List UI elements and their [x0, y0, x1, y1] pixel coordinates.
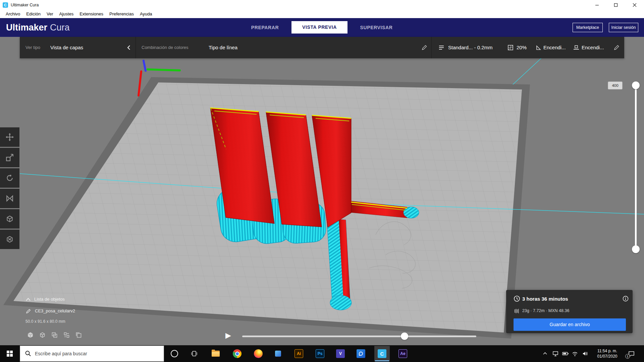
menu-ver[interactable]: Ver [44, 10, 56, 18]
adhesion-value[interactable]: Encendi... [582, 37, 604, 58]
move-tool-button[interactable] [0, 127, 19, 147]
pinned-app-button[interactable] [270, 346, 286, 361]
chevron-up-icon[interactable] [25, 297, 31, 301]
mirror-icon [5, 194, 14, 203]
profile-icon [438, 44, 445, 51]
task-view-button[interactable] [186, 346, 202, 361]
search-icon [25, 350, 32, 357]
illustrator-icon: Ai [294, 349, 303, 358]
layer-slider-bottom-handle[interactable] [632, 245, 640, 253]
support-value[interactable]: Encendi... [543, 37, 566, 58]
app-header: UltimakerCura PREPARAR VISTA PREVIA SUPE… [0, 18, 644, 37]
printer-profile-value[interactable]: Standard... - 0.2mm [448, 37, 493, 58]
timeline-handle[interactable] [401, 333, 408, 340]
start-button[interactable] [2, 346, 17, 361]
blue-app-button[interactable] [353, 346, 369, 361]
windows-logo-icon [7, 351, 13, 357]
model-fins [210, 108, 351, 227]
infill-icon [507, 44, 514, 51]
tray-expand-button[interactable] [541, 350, 549, 358]
cura-taskbar-icon: C [378, 349, 386, 358]
color-scheme-label: Combinación de colores [142, 37, 188, 58]
object-name[interactable]: CE3_posa_celularv2 [35, 308, 75, 313]
v-app-button[interactable]: V [333, 346, 348, 361]
per-model-settings-button[interactable] [0, 209, 19, 229]
info-icon[interactable] [623, 296, 629, 302]
file-explorer-button[interactable] [208, 346, 223, 361]
edit-color-scheme-icon[interactable] [422, 44, 428, 50]
photoshop-icon: Ps [316, 349, 324, 358]
edit-print-settings-icon[interactable] [614, 44, 620, 50]
minimize-icon [595, 3, 599, 7]
material-info: 23g · 7.72m · MXN 48.36 [522, 308, 569, 313]
menu-archivo[interactable]: Archivo [3, 10, 23, 18]
pinned-app-icon [275, 351, 281, 357]
menu-extensiones[interactable]: Extensiones [76, 10, 106, 18]
menu-ajustes[interactable]: Ajustes [56, 10, 77, 18]
maximize-button[interactable] [606, 0, 625, 10]
solid-cube-icon[interactable] [26, 331, 35, 339]
cura-taskbar-button[interactable]: C [374, 346, 390, 361]
infill-value[interactable]: 20% [517, 37, 527, 58]
duplicate-cube-icon[interactable] [75, 331, 82, 339]
support-icon [535, 44, 542, 51]
screen: C Ultimaker Cura Archivo Edición Ver Aju… [0, 0, 644, 362]
minimize-button[interactable] [588, 0, 606, 10]
menu-edicion[interactable]: Edición [23, 10, 44, 18]
firefox-icon [254, 349, 263, 358]
stage-bar-divider [136, 37, 136, 58]
material-spool-icon [514, 308, 520, 314]
window-titlebar: C Ultimaker Cura [0, 0, 644, 10]
marketplace-button[interactable]: Marketplace [573, 23, 603, 32]
timeline-track[interactable] [242, 336, 476, 337]
cortana-icon [171, 350, 178, 357]
search-input[interactable] [20, 346, 164, 362]
rotate-tool-button[interactable] [0, 168, 19, 188]
mirror-tool-button[interactable] [0, 189, 19, 208]
chrome-button[interactable] [229, 346, 245, 361]
chevron-up-tray-icon [542, 351, 548, 356]
taskbar-clock[interactable]: 11:54 p. m. 01/07/2020 [591, 348, 623, 359]
tab-preparar[interactable]: PREPARAR [239, 18, 291, 37]
clock-time: 11:54 p. m. [591, 348, 623, 354]
v-app-icon: V [336, 349, 345, 358]
object-dimensions: 50.0 x 91.6 x 80.0 mm [25, 319, 65, 324]
illustrator-button[interactable]: Ai [291, 346, 307, 361]
object-list-label[interactable]: Lista de objetos [34, 297, 65, 302]
scale-tool-button[interactable] [0, 148, 19, 167]
blue-app-icon [357, 349, 365, 358]
action-center-button[interactable]: 1 [627, 350, 635, 358]
support-blocker-button[interactable] [0, 230, 19, 249]
layer-slider-top-handle[interactable] [632, 81, 640, 89]
multiply-cube-icon[interactable] [51, 331, 58, 339]
volume-tray-button[interactable] [581, 350, 589, 358]
after-effects-button[interactable]: Ae [395, 346, 411, 361]
network-tray-button[interactable] [571, 350, 579, 358]
collapse-chevron-icon[interactable] [126, 45, 132, 50]
cortana-button[interactable] [167, 346, 182, 361]
photoshop-button[interactable]: Ps [312, 346, 328, 361]
clock-date: 01/07/2020 [591, 354, 623, 359]
arrange-cube-icon[interactable] [63, 331, 70, 339]
save-to-file-button[interactable]: Guardar en archivo [514, 318, 626, 331]
rename-pencil-icon[interactable] [26, 308, 32, 314]
battery-icon [562, 350, 569, 357]
menu-preferencias[interactable]: Preferencias [106, 10, 137, 18]
close-icon [633, 3, 637, 7]
color-scheme-value[interactable]: Tipo de línea [209, 37, 237, 58]
view-type-value[interactable]: Vista de capas [50, 37, 83, 58]
firefox-button[interactable] [251, 346, 266, 361]
display-tray-button[interactable] [551, 350, 559, 358]
tab-supervisar[interactable]: SUPERVISAR [352, 18, 401, 37]
task-view-icon [191, 350, 198, 357]
play-button[interactable]: ▶ [225, 331, 231, 340]
file-explorer-icon [212, 351, 220, 357]
outline-cube-icon[interactable] [39, 331, 46, 339]
maximize-icon [614, 3, 618, 7]
sign-in-button[interactable]: Iniciar sesión [609, 23, 638, 32]
tab-vista-previa[interactable]: VISTA PREVIA [291, 21, 347, 34]
layer-slider-track[interactable] [635, 83, 637, 251]
close-button[interactable] [625, 0, 644, 10]
battery-tray-button[interactable] [561, 350, 570, 358]
menu-ayuda[interactable]: Ayuda [137, 10, 155, 18]
